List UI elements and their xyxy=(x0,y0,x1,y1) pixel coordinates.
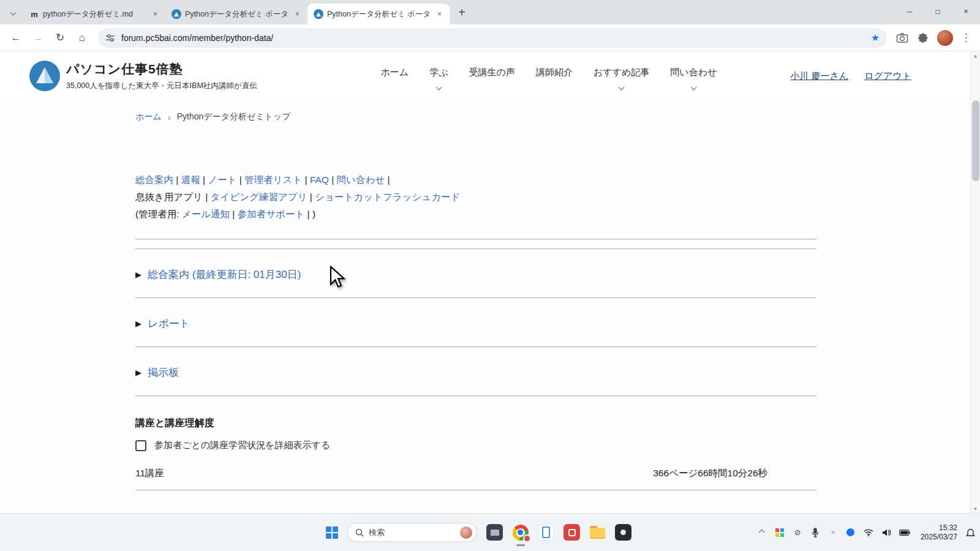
logout-link[interactable]: ログアウト xyxy=(864,70,911,82)
app-icon-chrome[interactable] xyxy=(512,524,529,541)
main-nav: ホーム学ぶ受講生の声講師紹介おすすめ記事問い合わせ xyxy=(380,67,717,86)
page-viewport: パソコン仕事5倍塾 35,000人を指導した東大卒・元日本IBM社内講師が直伝 … xyxy=(0,51,970,513)
clock-time: 15:32 xyxy=(921,523,957,533)
search-label: 検索 xyxy=(369,527,460,538)
extensions-icon[interactable] xyxy=(914,29,932,47)
microphone-icon[interactable] xyxy=(810,528,820,538)
new-tab-button[interactable]: + xyxy=(453,4,470,21)
section-title-link[interactable]: レポート xyxy=(148,317,190,331)
tray-expand-icon[interactable] xyxy=(757,530,767,534)
triangle-icon: ▶ xyxy=(135,319,141,328)
quick-link[interactable]: FAQ xyxy=(310,174,329,185)
quick-text: 息抜き用アプリ xyxy=(135,192,203,202)
breadcrumb-home-link[interactable]: ホーム xyxy=(135,111,162,122)
windows-logo-icon xyxy=(326,527,338,539)
nav-item[interactable]: 講師紹介 xyxy=(536,67,573,86)
maximize-button[interactable]: □ xyxy=(924,0,952,23)
taskbar-center: 検索 xyxy=(326,514,631,551)
minimize-button[interactable]: ─ xyxy=(895,0,924,23)
divider xyxy=(135,239,816,239)
breadcrumb-separator: › xyxy=(168,112,171,122)
nav-item[interactable]: 学ぶ xyxy=(429,67,448,86)
app-icon-dark[interactable] xyxy=(615,524,631,541)
quick-link[interactable]: 管理者リスト xyxy=(244,174,302,185)
camera-icon[interactable] xyxy=(893,29,911,47)
quick-link[interactable]: タイピング練習アプリ xyxy=(211,192,307,202)
collapsible-section[interactable]: ▶レポート xyxy=(135,298,816,347)
start-button[interactable] xyxy=(326,527,338,539)
notifications-icon[interactable] xyxy=(965,528,975,538)
tab-close-icon[interactable]: × xyxy=(292,9,303,20)
volume-icon[interactable] xyxy=(881,528,891,537)
nav-item[interactable]: おすすめ記事 xyxy=(594,67,649,86)
browser-menu-icon[interactable]: ⋮ xyxy=(958,31,974,44)
bookmark-star-icon[interactable]: ★ xyxy=(871,32,880,43)
site-favicon xyxy=(172,9,181,19)
profile-avatar[interactable] xyxy=(937,30,953,46)
scroll-down-icon[interactable]: ▼ xyxy=(971,504,980,513)
app-icon-phone[interactable] xyxy=(538,524,554,541)
quick-links-line: 総合案内 | 週報 | ノート | 管理者リスト | FAQ | 問い合わせ | xyxy=(135,171,816,189)
battery-icon[interactable] xyxy=(899,530,910,536)
tray-grid-icon[interactable] xyxy=(775,528,785,537)
active-app-indicator xyxy=(516,544,525,546)
quick-link[interactable]: 総合案内 xyxy=(135,174,173,185)
window-controls: ─ □ × xyxy=(895,0,980,23)
back-button[interactable]: ← xyxy=(6,28,26,48)
collapsible-section[interactable]: ▶総合案内 (最終更新日: 01月30日) xyxy=(135,249,816,298)
forward-button[interactable]: → xyxy=(28,28,48,48)
page-scrollbar[interactable]: ▲ ▼ xyxy=(970,51,980,513)
site-favicon xyxy=(314,9,323,19)
clock-date: 2025/03/27 xyxy=(921,533,957,542)
nav-label: 問い合わせ xyxy=(670,67,717,78)
site-header: パソコン仕事5倍塾 35,000人を指導した東大卒・元日本IBM社内講師が直伝 … xyxy=(0,51,970,100)
browser-tab[interactable]: Pythonデータ分析ゼミ ポータルトッ× xyxy=(307,4,450,24)
quick-link[interactable]: 週報 xyxy=(181,174,200,185)
tab-close-icon[interactable]: × xyxy=(434,9,445,20)
url-text[interactable]: forum.pc5bai.com/member/python-data/ xyxy=(121,33,866,43)
quick-link[interactable]: ノート xyxy=(208,174,236,185)
home-button[interactable]: ⌂ xyxy=(72,28,92,48)
quick-link[interactable]: ショートカットフラッシュカード xyxy=(315,192,460,202)
site-brand[interactable]: パソコン仕事5倍塾 35,000人を指導した東大卒・元日本IBM社内講師が直伝 xyxy=(29,61,257,91)
quick-text: | xyxy=(385,174,390,185)
tray-close-icon[interactable]: × xyxy=(828,528,838,537)
quick-link[interactable]: 問い合わせ xyxy=(337,174,385,185)
wifi-icon[interactable] xyxy=(864,529,873,536)
sections: ▶総合案内 (最終更新日: 01月30日)▶レポート▶掲示板 xyxy=(135,249,816,396)
tab-close-icon[interactable]: × xyxy=(150,9,160,20)
scrollbar-thumb[interactable] xyxy=(972,100,979,181)
courses-heading: 講座と講座理解度 xyxy=(135,417,816,430)
scroll-up-icon[interactable]: ▲ xyxy=(971,51,980,60)
section-title-link[interactable]: 総合案内 (最終更新日: 01月30日) xyxy=(148,268,301,282)
browser-tab[interactable]: mpythonデータ分析ゼミ.md× xyxy=(23,4,165,24)
tab-search-icon[interactable] xyxy=(5,4,21,20)
section-title-link[interactable]: 掲示板 xyxy=(148,365,179,380)
app-icon-red[interactable] xyxy=(564,524,580,541)
taskbar-search[interactable]: 検索 xyxy=(347,523,477,542)
app-icon-file-explorer[interactable] xyxy=(589,524,606,541)
app-icon-image-tool[interactable] xyxy=(486,524,503,541)
browser-tab[interactable]: Pythonデータ分析ゼミ ポータルトッ× xyxy=(165,4,307,24)
taskbar-clock[interactable]: 15:32 2025/03/27 xyxy=(921,523,957,542)
divider xyxy=(135,490,816,490)
close-button[interactable]: × xyxy=(952,0,980,23)
quick-link[interactable]: メール通知 xyxy=(182,209,230,219)
nav-item[interactable]: 受講生の声 xyxy=(469,67,515,86)
nav-item[interactable]: ホーム xyxy=(380,67,409,86)
nav-label: ホーム xyxy=(380,67,409,78)
detail-view-checkbox-label: 参加者ごとの講座学習状況を詳細表示する xyxy=(154,440,330,451)
tray-slash-circle-icon[interactable]: ⊘ xyxy=(793,528,802,537)
site-settings-icon[interactable] xyxy=(105,33,115,43)
user-name-link[interactable]: 小川 慶一さん xyxy=(790,70,848,82)
tab-title: pythonデータ分析ゼミ.md xyxy=(43,9,146,20)
collapsible-section[interactable]: ▶掲示板 xyxy=(135,347,816,395)
reload-button[interactable]: ↻ xyxy=(50,28,70,48)
tab-title: Pythonデータ分析ゼミ ポータルトッ xyxy=(327,9,431,20)
tray-blue-dot-icon[interactable] xyxy=(846,528,856,536)
nav-item[interactable]: 問い合わせ xyxy=(670,67,717,86)
quick-link[interactable]: 参加者サポート xyxy=(238,209,305,219)
detail-view-checkbox[interactable] xyxy=(135,440,146,451)
divider xyxy=(135,395,816,396)
address-bar[interactable]: forum.pc5bai.com/member/python-data/ ★ xyxy=(98,28,887,48)
